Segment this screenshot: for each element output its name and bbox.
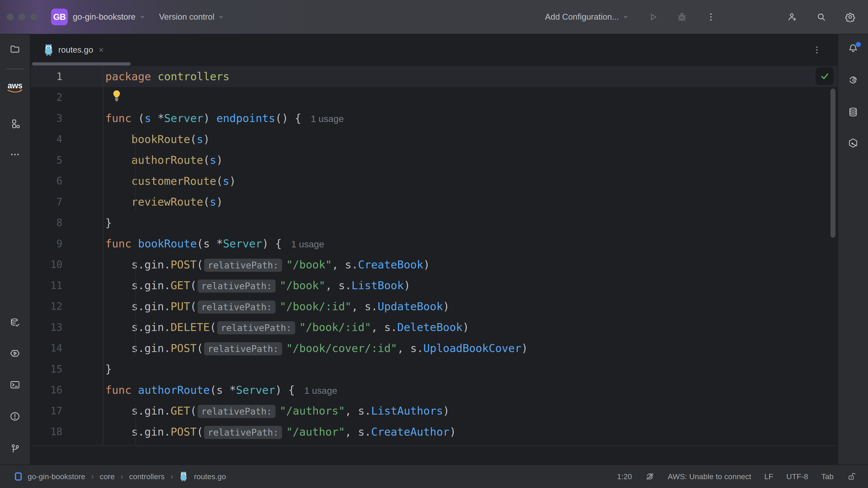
close-tab-icon[interactable] xyxy=(98,46,105,54)
line-number[interactable]: 7 xyxy=(31,196,103,207)
code-line-4[interactable]: 4bookRoute(s) xyxy=(31,129,838,150)
line-number[interactable]: 9 xyxy=(31,238,103,250)
settings-button[interactable] xyxy=(845,12,855,22)
vcs-widget[interactable]: Version control xyxy=(159,12,225,22)
line-number[interactable]: 16 xyxy=(31,384,103,396)
code-line-5[interactable]: 5authorRoute(s) xyxy=(31,150,838,170)
services-tool-window-button[interactable] xyxy=(9,348,20,359)
more-tool-windows-button[interactable] xyxy=(9,149,20,160)
window-minimize-button[interactable] xyxy=(19,13,25,20)
tab-routes-go[interactable]: routes.go xyxy=(31,34,115,66)
line-number[interactable]: 12 xyxy=(31,300,103,312)
code-line-13[interactable]: 13s.gin.DELETE(relativePath:"/book/:id",… xyxy=(31,317,838,338)
code-line-9[interactable]: 9func bookRoute(s *Server) {1 usage xyxy=(31,233,838,254)
problems-tool-window-button[interactable] xyxy=(9,411,20,422)
file-writable-icon[interactable] xyxy=(847,472,856,481)
code-line-8[interactable]: 8} xyxy=(31,213,838,233)
line-number[interactable]: 6 xyxy=(31,175,103,187)
code-area[interactable]: 1package controllers23func (s *Server) e… xyxy=(31,66,838,446)
line-number[interactable]: 14 xyxy=(31,342,103,354)
code-token: UpdateBook xyxy=(378,300,443,313)
code-line-content: s.gin.POST(relativePath:"/author", s.Cre… xyxy=(103,425,838,438)
usages-inlay-hint[interactable]: 1 usage xyxy=(311,113,344,124)
code-line-11[interactable]: 11s.gin.GET(relativePath:"/book", s.List… xyxy=(31,275,838,296)
breadcrumb-item[interactable]: go-gin-bookstore xyxy=(28,472,85,481)
code-line-16[interactable]: 16func authorRoute(s *Server) {1 usage xyxy=(31,380,838,400)
breadcrumb-item[interactable]: core xyxy=(100,472,115,481)
window-close-button[interactable] xyxy=(7,13,13,20)
search-everywhere-button[interactable] xyxy=(816,12,827,22)
database-changes-tool-window-button[interactable] xyxy=(9,318,20,328)
structure-tool-window-button[interactable] xyxy=(9,119,20,129)
line-number[interactable]: 15 xyxy=(31,363,103,375)
code-token: CreateAuthor xyxy=(371,425,450,438)
aws-toolkit-button[interactable]: aws xyxy=(7,82,23,94)
indent-style-widget[interactable]: Tab xyxy=(821,472,834,481)
usages-inlay-hint[interactable]: 1 usage xyxy=(291,239,324,250)
code-token: , s. xyxy=(325,279,351,292)
inspections-status-widget[interactable] xyxy=(815,67,834,85)
code-line-15[interactable]: 15} xyxy=(31,359,838,380)
code-line-14[interactable]: 14s.gin.POST(relativePath:"/book/cover/:… xyxy=(31,338,838,359)
breadcrumb-item[interactable]: routes.go xyxy=(194,472,226,481)
terminal-tool-window-button[interactable] xyxy=(9,379,20,390)
line-number[interactable]: 8 xyxy=(31,217,103,228)
line-number[interactable]: 13 xyxy=(31,322,103,333)
code-line-7[interactable]: 7reviewRoute(s) xyxy=(31,191,838,213)
line-number[interactable]: 2 xyxy=(31,92,103,103)
code-token: "/book" xyxy=(280,279,325,292)
window-zoom-button[interactable] xyxy=(30,13,37,20)
encoding-widget[interactable]: UTF-8 xyxy=(786,472,808,481)
project-widget[interactable]: go-gin-bookstore xyxy=(73,12,146,22)
dependencies-tool-window-button[interactable] xyxy=(848,138,859,149)
code-line-content: s.gin.GET(relativePath:"/authors", s.Lis… xyxy=(103,404,838,417)
code-line-18[interactable]: 18s.gin.POST(relativePath:"/author", s.C… xyxy=(31,421,838,442)
line-number[interactable]: 17 xyxy=(31,405,103,417)
vertical-scrollbar-thumb[interactable] xyxy=(831,89,835,238)
line-number[interactable]: 4 xyxy=(31,133,103,145)
code-token: "/book/:id" xyxy=(299,321,371,333)
code-token: "/authors" xyxy=(280,404,345,417)
code-token: ) xyxy=(404,279,410,292)
code-line-12[interactable]: 12s.gin.PUT(relativePath:"/book/:id", s.… xyxy=(31,296,838,317)
code-line-3[interactable]: 3func (s *Server) endpoints() {1 usage xyxy=(31,108,838,129)
line-number[interactable]: 3 xyxy=(31,112,103,124)
line-number[interactable]: 1 xyxy=(31,71,103,82)
line-separator-widget[interactable]: LF xyxy=(764,472,773,481)
code-token: CreateBook xyxy=(358,258,423,271)
line-number[interactable]: 5 xyxy=(31,154,103,166)
ai-assistant-disabled-icon[interactable] xyxy=(645,472,655,481)
breadcrumb-item[interactable]: controllers xyxy=(129,472,164,481)
database-tool-window-button[interactable] xyxy=(848,107,859,118)
aws-connection-status[interactable]: AWS: Unable to connect xyxy=(668,472,751,481)
code-token: authorRoute xyxy=(138,384,210,396)
code-line-17[interactable]: 17s.gin.GET(relativePath:"/authors", s.L… xyxy=(31,400,838,421)
code-with-me-button[interactable] xyxy=(787,12,798,22)
run-button[interactable] xyxy=(648,12,658,22)
line-number[interactable]: 11 xyxy=(31,280,103,291)
code-token: "/author" xyxy=(286,425,345,438)
editor-area: routes.go 1package controllers23func (s … xyxy=(31,34,838,464)
line-number[interactable]: 10 xyxy=(31,259,103,270)
run-configuration-selector[interactable]: Add Configuration... xyxy=(545,12,629,22)
code-token: s xyxy=(145,112,151,125)
code-line-6[interactable]: 6customerRoute(s) xyxy=(31,170,838,192)
usages-inlay-hint[interactable]: 1 usage xyxy=(304,385,337,396)
code-token: , s. xyxy=(397,342,423,355)
tab-options-button[interactable] xyxy=(812,45,822,55)
parameter-hint: relativePath: xyxy=(197,300,276,314)
ai-assistant-tool-window-button[interactable] xyxy=(848,74,859,86)
code-token: bookRoute xyxy=(138,237,197,250)
project-tool-window-button[interactable] xyxy=(9,43,20,54)
project-badge[interactable]: GB xyxy=(51,8,68,25)
more-actions-button[interactable] xyxy=(706,12,716,22)
line-number[interactable]: 18 xyxy=(31,426,103,437)
code-line-10[interactable]: 10s.gin.POST(relativePath:"/book", s.Cre… xyxy=(31,254,838,275)
git-tool-window-button[interactable] xyxy=(9,443,20,454)
window-controls[interactable] xyxy=(7,13,37,20)
intention-bulb-icon[interactable] xyxy=(111,90,123,103)
code-line-2[interactable]: 2 xyxy=(31,87,838,108)
code-line-1[interactable]: 1package controllers xyxy=(31,66,838,87)
caret-position-widget[interactable]: 1:20 xyxy=(617,472,632,481)
debug-button[interactable] xyxy=(677,12,687,22)
